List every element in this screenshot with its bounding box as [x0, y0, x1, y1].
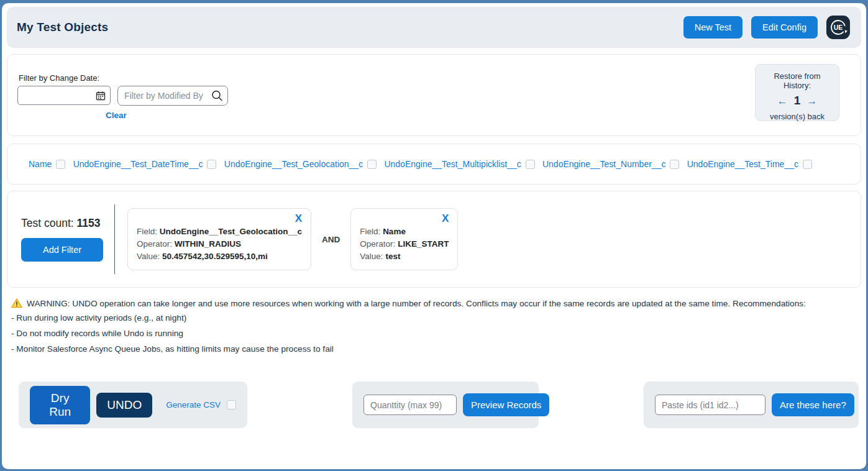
filter-1-operator-row: Operator: WITHIN_RADIUS: [137, 238, 302, 250]
filter-1-field-value: UndoEngine__Test_Geolocation__c: [160, 227, 302, 236]
and-label: AND: [322, 235, 340, 244]
column-checkbox-datetime[interactable]: [207, 160, 216, 169]
column-item-multipicklist: UndoEngine__Test_Multipicklist__c: [384, 159, 534, 169]
bottom-actions: Dry Run UNDO Generate CSV Preview Record…: [19, 382, 859, 428]
dry-run-button[interactable]: Dry Run: [30, 386, 90, 424]
filter-card-2: X Field: Name Operator: LIKE_START Value…: [350, 208, 458, 270]
preview-panel: Preview Records: [352, 382, 539, 428]
undo-engine-logo[interactable]: UE: [826, 16, 850, 39]
calendar-icon[interactable]: [96, 91, 106, 101]
filter-card-1: X Field: UndoEngine__Test_Geolocation__c…: [127, 208, 311, 270]
filter-2-field-value: Name: [383, 227, 406, 236]
column-label-number[interactable]: UndoEngine__Test_Number__c: [542, 159, 665, 169]
column-label-multipicklist[interactable]: UndoEngine__Test_Multipicklist__c: [384, 159, 521, 169]
column-checkbox-number[interactable]: [670, 160, 679, 169]
filter-2-value-row: Value: test: [360, 250, 449, 263]
test-count-column: Test count: 1153 Add Filter: [21, 217, 112, 262]
paste-ids-panel: Are these here?: [644, 382, 859, 428]
warning-block: WARNING: UNDO operation can take longer …: [11, 298, 861, 355]
svg-text:UE: UE: [834, 24, 843, 31]
column-label-time[interactable]: UndoEngine__Test_Time__c: [687, 159, 798, 169]
restore-history-title: Restore from History:: [759, 71, 835, 90]
filter-2-operator-row: Operator: LIKE_START: [360, 238, 449, 250]
version-decrement-arrow[interactable]: ←: [777, 96, 788, 106]
run-panel: Dry Run UNDO Generate CSV: [19, 382, 247, 428]
new-test-button[interactable]: New Test: [683, 16, 742, 39]
filter-1-value-row: Value: 50.457542,30.529595,10,mi: [137, 250, 302, 263]
columns-section: Name UndoEngine__Test_DateTime__c UndoEn…: [7, 144, 861, 185]
builder-divider: [114, 204, 115, 274]
column-label-geolocation[interactable]: UndoEngine__Test_Geolocation__c: [224, 159, 363, 169]
header: My Test Objects New Test Edit Config UE: [7, 7, 861, 48]
warning-bullet-3: - Monitor Salesforce Async Queue Jobs, a…: [11, 343, 861, 355]
restore-history-box: Restore from History: ← 1 → version(s) b…: [755, 64, 839, 121]
column-checkbox-name[interactable]: [56, 160, 65, 169]
page-title: My Test Objects: [17, 21, 108, 34]
version-increment-arrow[interactable]: →: [806, 96, 817, 106]
warning-bullet-1: - Run during low activity periods (e.g.,…: [11, 312, 861, 324]
clear-filters-link[interactable]: Clear: [106, 111, 127, 120]
version-count: 1: [794, 94, 801, 107]
column-item-number: UndoEngine__Test_Number__c: [542, 159, 679, 169]
column-label-name[interactable]: Name: [29, 159, 52, 169]
column-checkbox-time[interactable]: [803, 160, 812, 169]
test-count-label: Test count:: [21, 217, 74, 229]
ue-logo-icon: UE: [828, 17, 849, 38]
filter-1-field-row: Field: UndoEngine__Test_Geolocation__c: [137, 226, 302, 238]
are-these-here-button[interactable]: Are these here?: [772, 393, 854, 416]
paste-ids-input[interactable]: [655, 395, 765, 415]
filter-2-value-value: test: [385, 252, 400, 261]
edit-config-button[interactable]: Edit Config: [751, 16, 818, 39]
warning-text: WARNING: UNDO operation can take longer …: [27, 299, 806, 308]
column-item-geolocation: UndoEngine__Test_Geolocation__c: [224, 159, 377, 169]
filter-1-operator-value: WITHIN_RADIUS: [175, 239, 241, 249]
generate-csv-checkbox[interactable]: [227, 400, 236, 409]
filter-builder-section: Test count: 1153 Add Filter X Field: Und…: [7, 191, 861, 288]
test-count-value: 1153: [77, 217, 101, 229]
filter-2-operator-value: LIKE_START: [398, 239, 449, 249]
add-filter-button[interactable]: Add Filter: [21, 238, 103, 262]
column-item-datetime: UndoEngine__Test_DateTime__c: [73, 159, 217, 169]
warning-bullet-2: - Do not modify records while Undo is ru…: [11, 327, 861, 339]
warning-icon: [11, 298, 22, 308]
filter-2-field-row: Field: Name: [360, 226, 449, 238]
column-checkbox-geolocation[interactable]: [367, 160, 377, 169]
app-page: My Test Objects New Test Edit Config UE …: [2, 3, 866, 469]
search-icon[interactable]: [211, 90, 223, 102]
filter-1-value-value: 50.457542,30.529595,10,mi: [162, 252, 268, 261]
change-date-label: Filter by Change Date:: [19, 73, 228, 83]
column-item-time: UndoEngine__Test_Time__c: [687, 159, 812, 169]
remove-filter-1-button[interactable]: X: [137, 212, 302, 226]
filter-inputs-group: Filter by Change Date:: [17, 70, 228, 135]
undo-button[interactable]: UNDO: [96, 393, 152, 418]
remove-filter-2-button[interactable]: X: [360, 212, 449, 226]
generate-csv-label[interactable]: Generate CSV: [166, 400, 221, 409]
column-label-datetime[interactable]: UndoEngine__Test_DateTime__c: [73, 159, 203, 169]
quantity-input[interactable]: [363, 395, 457, 415]
restore-history-suffix: version(s) back: [759, 112, 835, 121]
column-item-name: Name: [29, 159, 65, 169]
preview-records-button[interactable]: Preview Records: [463, 393, 549, 416]
column-checkbox-multipicklist[interactable]: [526, 160, 535, 169]
filters-section: Filter by Change Date:: [7, 54, 861, 136]
header-actions: New Test Edit Config UE: [683, 16, 850, 39]
